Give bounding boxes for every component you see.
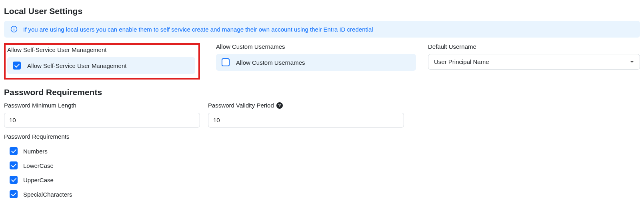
default-username-label: Default Username xyxy=(428,43,640,50)
validity-label-text: Password Validity Period xyxy=(208,102,274,109)
highlight-self-service: Allow Self-Service User Management Allow… xyxy=(4,43,200,80)
req-label: LowerCase xyxy=(23,162,54,169)
req-item-numbers[interactable]: Numbers xyxy=(10,144,640,158)
help-icon[interactable]: ? xyxy=(276,102,283,109)
self-service-label: Allow Self-Service User Management xyxy=(7,46,195,53)
chevron-down-icon xyxy=(630,61,634,63)
password-reqs-list-label: Password Requirements xyxy=(4,133,640,140)
validity-input[interactable] xyxy=(208,113,404,127)
min-length-input[interactable] xyxy=(4,113,200,127)
custom-usernames-checkbox[interactable] xyxy=(222,58,230,66)
min-length-label: Password Minimum Length xyxy=(4,102,200,109)
self-service-checkbox-label: Allow Self-Service User Management xyxy=(27,62,126,69)
req-checkbox-specialchars[interactable] xyxy=(10,190,18,198)
req-checkbox-lowercase[interactable] xyxy=(10,161,18,169)
default-username-selected: User Principal Name xyxy=(434,58,489,65)
req-label: UpperCase xyxy=(23,177,54,183)
self-service-checkbox-field[interactable]: Allow Self-Service User Management xyxy=(7,57,195,74)
password-requirements-title: Password Requirements xyxy=(4,88,640,97)
validity-label: Password Validity Period ? xyxy=(208,102,404,109)
req-checkbox-uppercase[interactable] xyxy=(10,176,18,184)
svg-point-2 xyxy=(14,28,14,28)
req-checkbox-numbers[interactable] xyxy=(10,147,18,155)
self-service-checkbox[interactable] xyxy=(13,62,21,70)
local-user-settings-title: Local User Settings xyxy=(4,6,640,16)
info-alert-text: If you are using local users you can ena… xyxy=(23,26,373,33)
custom-usernames-checkbox-field[interactable]: Allow Custom Usernames xyxy=(216,54,416,71)
custom-usernames-checkbox-label: Allow Custom Usernames xyxy=(236,59,305,66)
req-item-uppercase[interactable]: UpperCase xyxy=(10,173,640,187)
req-item-specialchars[interactable]: SpecialCharacters xyxy=(10,187,640,201)
info-alert: If you are using local users you can ena… xyxy=(4,21,640,38)
req-label: SpecialCharacters xyxy=(23,191,72,198)
req-item-lowercase[interactable]: LowerCase xyxy=(10,158,640,173)
password-reqs-list: Numbers LowerCase UpperCase SpecialChara… xyxy=(4,144,640,201)
custom-usernames-label: Allow Custom Usernames xyxy=(216,43,416,50)
default-username-select[interactable]: User Principal Name xyxy=(428,54,640,70)
req-label: Numbers xyxy=(23,148,48,155)
info-icon xyxy=(10,26,18,33)
